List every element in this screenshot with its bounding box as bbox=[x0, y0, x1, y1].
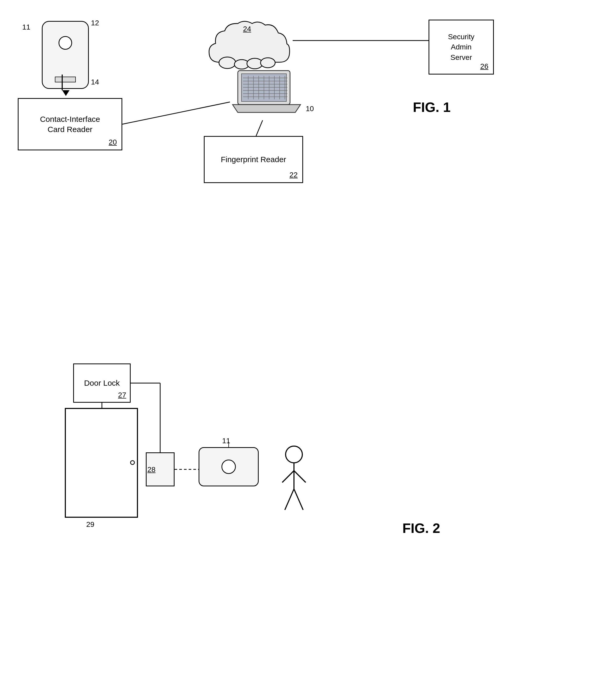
svg-line-34 bbox=[285, 489, 294, 510]
svg-line-2 bbox=[122, 102, 230, 124]
card-reader-text: Contact-Interface Card Reader bbox=[40, 114, 100, 134]
label-28: 28 bbox=[147, 466, 155, 474]
fig2-title: FIG. 2 bbox=[402, 520, 440, 536]
server-box: SecurityAdminServer 26 bbox=[428, 20, 494, 75]
label-11: 11 bbox=[22, 23, 30, 31]
smart-card-strip bbox=[55, 77, 76, 82]
label-20: 20 bbox=[109, 138, 117, 146]
door-lock-text: Door Lock bbox=[84, 379, 120, 388]
smart-card-device-fig2 bbox=[199, 447, 259, 486]
label-14: 14 bbox=[91, 78, 99, 86]
person-figure bbox=[277, 445, 311, 519]
laptop-device bbox=[230, 68, 303, 120]
smart-card-circle bbox=[58, 36, 72, 50]
svg-line-3 bbox=[256, 120, 263, 136]
svg-point-30 bbox=[286, 446, 302, 463]
card-reader-box: Contact-Interface Card Reader 20 bbox=[18, 98, 122, 150]
label-29: 29 bbox=[86, 520, 94, 529]
svg-line-35 bbox=[294, 489, 303, 510]
smart-card-2-circle bbox=[221, 460, 236, 474]
label-26: 26 bbox=[480, 62, 488, 71]
svg-point-9 bbox=[219, 57, 236, 69]
smart-card-device bbox=[42, 21, 89, 89]
label-10: 10 bbox=[306, 105, 314, 113]
server-text: SecurityAdminServer bbox=[448, 32, 474, 62]
svg-point-12 bbox=[261, 58, 275, 68]
svg-line-33 bbox=[294, 471, 306, 482]
fingerprint-text: Fingerprint Reader bbox=[221, 155, 286, 164]
fig1-title: FIG. 1 bbox=[413, 99, 450, 115]
diagram-container: 11 12 14 Contact-Interface Card Reader 2… bbox=[0, 0, 601, 700]
svg-line-32 bbox=[282, 471, 294, 482]
label-22: 22 bbox=[289, 171, 297, 179]
fingerprint-reader-box: Fingerprint Reader 22 bbox=[204, 136, 303, 183]
label-11-fig2: 11 bbox=[222, 437, 230, 445]
label-27: 27 bbox=[118, 391, 126, 399]
door-lock-box: Door Lock 27 bbox=[73, 364, 131, 403]
label-12: 12 bbox=[91, 19, 99, 27]
door-knob bbox=[130, 460, 135, 465]
label-24: 24 bbox=[243, 25, 251, 33]
door-illustration bbox=[65, 408, 138, 518]
